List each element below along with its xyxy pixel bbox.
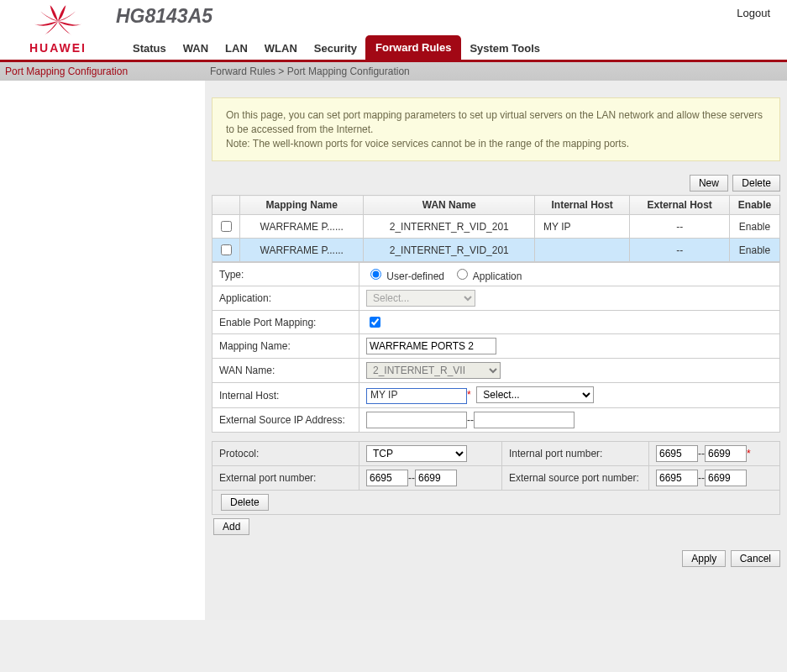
internal-port-start[interactable]	[656, 445, 698, 462]
label-internal-port: Internal port number:	[502, 441, 649, 465]
form-area: Type: User-defined Application Applicati…	[212, 262, 780, 432]
th-ehost: External Host	[630, 196, 730, 215]
mapping-table: Mapping Name WAN Name Internal Host Exte…	[212, 195, 780, 262]
label-ext-source-port: External source port number:	[502, 465, 649, 490]
nav-status[interactable]: Status	[124, 37, 175, 60]
label-external-port: External port number:	[212, 465, 359, 490]
delete-button[interactable]: Delete	[732, 175, 780, 192]
th-wan: WAN Name	[364, 196, 535, 215]
type-application[interactable]: Application	[453, 270, 522, 282]
enable-mapping-checkbox[interactable]	[370, 317, 380, 328]
logout-link[interactable]: Logout	[737, 7, 770, 19]
protocol-select[interactable]: TCP	[366, 445, 467, 462]
content: On this page, you can set port mapping p…	[205, 81, 787, 620]
header: HUAWEI HG8143A5 Logout Status WAN LAN WL…	[0, 0, 787, 62]
wan-name-select[interactable]: 2_INTERNET_R_VII	[366, 362, 501, 379]
device-model: HG8143A5	[116, 5, 212, 28]
cell-wan: 2_INTERNET_R_VID_201	[364, 239, 535, 262]
nav-forward-rules[interactable]: Forward Rules	[365, 35, 461, 60]
th-mapping: Mapping Name	[240, 196, 364, 215]
sub-bar: Port Mapping Configuration Forward Rules…	[0, 62, 787, 81]
cell-ihost	[535, 239, 630, 262]
cell-ehost: --	[630, 215, 730, 239]
ext-source-port-end[interactable]	[705, 470, 747, 486]
table-row[interactable]: WARFRAME P...... 2_INTERNET_R_VID_201 MY…	[212, 215, 780, 239]
th-enable: Enable	[730, 196, 780, 215]
port-table: Protocol: TCP Internal port number: --* …	[212, 441, 780, 515]
cell-ihost: MY IP	[535, 215, 630, 239]
sidebar-title[interactable]: Port Mapping Configuration	[0, 62, 205, 81]
table-row[interactable]: WARFRAME P...... 2_INTERNET_R_VID_201 --…	[212, 239, 780, 262]
brand-name: HUAWEI	[12, 41, 104, 55]
cell-ehost: --	[630, 239, 730, 262]
delete-port-button[interactable]: Delete	[221, 494, 269, 511]
internal-port-end[interactable]	[705, 445, 747, 462]
huawei-flower-icon	[34, 5, 81, 37]
nav-wlan[interactable]: WLAN	[256, 37, 306, 60]
label-protocol: Protocol:	[212, 441, 359, 465]
cell-mapping: WARFRAME P......	[240, 239, 364, 262]
label-internal-host: Internal Host:	[212, 383, 359, 407]
nav-wan[interactable]: WAN	[175, 37, 217, 60]
sidebar	[0, 81, 205, 620]
external-port-start[interactable]	[366, 470, 408, 486]
external-port-end[interactable]	[415, 470, 457, 486]
main-area: On this page, you can set port mapping p…	[0, 81, 787, 620]
info-line1: On this page, you can set port mapping p…	[226, 108, 766, 137]
cell-enable: Enable	[730, 215, 780, 239]
type-user-defined[interactable]: User-defined	[366, 270, 444, 282]
th-ihost: Internal Host	[535, 196, 630, 215]
label-type: Type:	[212, 263, 359, 286]
breadcrumb: Forward Rules > Port Mapping Configurati…	[205, 62, 410, 81]
label-enable-mapping: Enable Port Mapping:	[212, 311, 359, 334]
cancel-button[interactable]: Cancel	[731, 550, 780, 567]
internal-host-select[interactable]: Select...	[476, 386, 594, 403]
cell-enable: Enable	[730, 239, 780, 262]
top-nav: Status WAN LAN WLAN Security Forward Rul…	[124, 35, 548, 60]
spacer	[0, 620, 787, 672]
nav-system-tools[interactable]: System Tools	[461, 37, 548, 60]
cell-wan: 2_INTERNET_R_VID_201	[364, 215, 535, 239]
row-checkbox[interactable]	[221, 244, 232, 255]
th-check	[212, 196, 240, 215]
new-button[interactable]: New	[690, 175, 728, 192]
label-application: Application:	[212, 286, 359, 311]
row-checkbox[interactable]	[221, 221, 232, 232]
ext-source-ip-start[interactable]	[366, 412, 467, 428]
info-line2: Note: The well-known ports for voice ser…	[226, 137, 766, 151]
logo: HUAWEI	[12, 5, 104, 55]
add-button[interactable]: Add	[213, 518, 249, 535]
info-box: On this page, you can set port mapping p…	[212, 97, 780, 161]
ext-source-ip-end[interactable]	[474, 412, 575, 428]
nav-security[interactable]: Security	[306, 37, 365, 60]
apply-button[interactable]: Apply	[682, 550, 726, 567]
internal-host-input[interactable]: MY IP	[366, 388, 467, 404]
application-select: Select...	[366, 290, 475, 307]
cell-mapping: WARFRAME P......	[240, 215, 364, 239]
nav-lan[interactable]: LAN	[217, 37, 256, 60]
mapping-name-input[interactable]	[366, 338, 496, 354]
label-wan-name: WAN Name:	[212, 359, 359, 383]
label-ext-source-ip: External Source IP Address:	[212, 407, 359, 432]
ext-source-port-start[interactable]	[656, 470, 698, 486]
label-mapping-name: Mapping Name:	[212, 334, 359, 359]
